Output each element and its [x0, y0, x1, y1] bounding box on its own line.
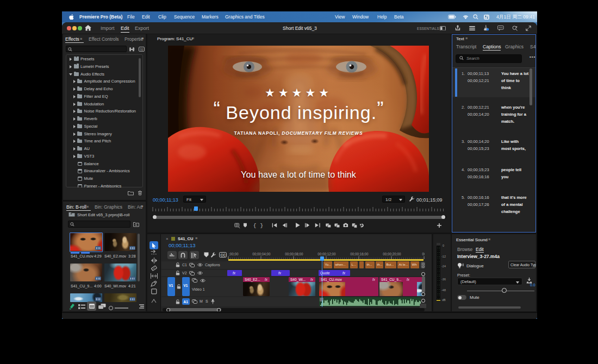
svg-text:00;00;12;00: 00;00;12;00: [317, 252, 336, 256]
svg-text:;00;00: ;00;00: [229, 252, 239, 256]
svg-text:}: }: [260, 223, 264, 229]
svg-text:{: {: [253, 223, 257, 229]
svg-text:CC: CC: [221, 253, 226, 257]
svg-text:00;: 00;: [422, 252, 425, 256]
svg-text:00;00;08;00: 00;00;08;00: [285, 252, 303, 256]
svg-text:00;00;04;00: 00;00;04;00: [252, 252, 271, 256]
svg-text:00;00;20;00: 00;00;20;00: [383, 252, 401, 256]
svg-text:00;00;16;00: 00;00;16;00: [350, 252, 369, 256]
svg-text:32: 32: [140, 47, 144, 51]
